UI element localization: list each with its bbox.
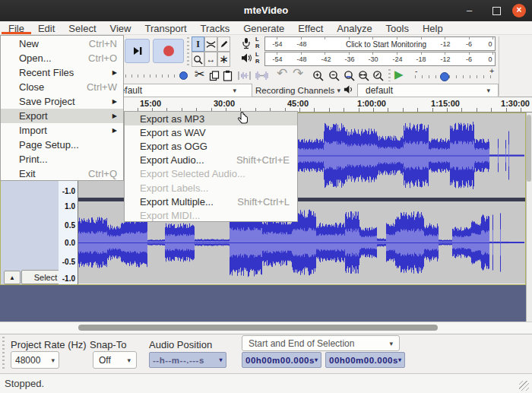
menu-item-save-project[interactable]: Save Project▶ — [1, 94, 123, 109]
record-button[interactable] — [153, 39, 184, 63]
multi-tool-button[interactable]: ∗ — [217, 52, 230, 67]
zoom-in-icon — [312, 70, 324, 81]
menu-item-close[interactable]: CloseCtrl+W — [1, 80, 123, 94]
zoom-tool-button[interactable] — [192, 52, 204, 67]
audio-position-label: Audio Position — [149, 339, 212, 350]
menu-view[interactable]: View — [103, 21, 138, 34]
play-speed-slider[interactable] — [119, 71, 189, 81]
cut-button[interactable]: ✂ — [195, 69, 204, 80]
menu-item-export-audio[interactable]: Export Audio...Shift+Ctrl+E — [125, 154, 297, 167]
magnifier-icon — [193, 55, 203, 65]
time-shift-tool-button[interactable]: ↔ — [204, 52, 217, 67]
status-text: Stopped. — [5, 378, 44, 389]
play-meter[interactable]: -54 -48 -42 -36 -30 -24 -18 -12 -6 0 — [264, 52, 496, 66]
chevron-down-icon: ▾ — [127, 357, 131, 364]
toolbar-grip[interactable] — [2, 337, 5, 370]
speaker-icon — [241, 52, 252, 64]
scale-label: -1.0 — [62, 274, 75, 283]
menu-item-import[interactable]: Import▶ — [1, 123, 123, 138]
window-title: mteVideo — [0, 5, 532, 16]
vertical-scrollbar-thumb[interactable] — [527, 115, 531, 182]
menu-effect[interactable]: Effect — [291, 21, 330, 34]
selection-tool-button[interactable]: I — [192, 36, 204, 52]
zoom-in-button[interactable] — [312, 70, 324, 81]
menu-item-export-labels: Export Labels... — [125, 181, 297, 195]
i-beam-icon: I — [196, 39, 200, 50]
scale-label: 0.0 — [65, 239, 75, 247]
fit-project-button[interactable] — [358, 70, 369, 81]
skip-to-end-button[interactable] — [125, 39, 150, 63]
menu-item-export-selected-audio: Export Selected Audio... — [125, 167, 297, 181]
menu-item-page-setup[interactable]: Page Setup... — [1, 138, 123, 152]
mixer-volume-thumb[interactable] — [440, 72, 449, 81]
paste-button[interactable] — [223, 70, 233, 81]
menu-help[interactable]: Help — [416, 21, 450, 34]
snap-to-combo[interactable]: Off ▾ — [93, 351, 137, 369]
zoom-toggle-icon — [372, 70, 384, 81]
play-tick: -54 — [272, 55, 282, 63]
selection-start-field[interactable]: 00h00m00.000s ▾ — [242, 352, 321, 368]
project-rate-combo[interactable]: 48000 ▾ — [11, 351, 59, 369]
menu-generate[interactable]: Generate — [236, 21, 291, 34]
record-meter-mic-icon[interactable] — [241, 37, 252, 49]
redo-button[interactable]: ↷ — [293, 68, 303, 79]
playback-device-combo[interactable]: default ▾ — [357, 84, 499, 97]
fit-selection-icon — [344, 70, 355, 81]
pencil-icon — [220, 40, 229, 49]
fit-selection-button[interactable] — [344, 70, 355, 81]
menu-item-export-as-mp3[interactable]: Export as MP3 — [125, 112, 297, 125]
draw-tool-button[interactable] — [217, 36, 230, 52]
menu-select[interactable]: Select — [62, 21, 103, 34]
menu-item-export-multiple[interactable]: Export Multiple...Shift+Ctrl+L — [125, 195, 297, 208]
tools-toolbar: I ↔ ∗ — [192, 36, 230, 67]
record-icon — [163, 46, 174, 56]
menu-item-export-as-wav[interactable]: Export as WAV — [125, 125, 297, 139]
menu-item-exit[interactable]: ExitCtrl+Q — [1, 166, 123, 181]
record-meter[interactable]: -54 -48 Click to Start Monitoring -12 -6… — [264, 36, 496, 51]
envelope-tool-button[interactable] — [204, 36, 217, 52]
resize-grip[interactable] — [519, 381, 529, 391]
toolbar-grip[interactable] — [388, 69, 391, 81]
timeline-label: 45:00 — [287, 99, 309, 108]
play-tick: -48 — [296, 55, 306, 63]
monitoring-overlay-text[interactable]: Click to Start Monitoring — [346, 40, 426, 49]
selection-mode-combo[interactable]: Start and End of Selection ▾ — [242, 335, 400, 351]
speaker-icon — [344, 84, 353, 95]
menu-file[interactable]: File — [2, 21, 31, 34]
maximize-button[interactable] — [492, 7, 501, 15]
menu-analyze[interactable]: Analyze — [330, 21, 378, 34]
play-speed-thumb[interactable] — [179, 71, 188, 80]
menu-edit[interactable]: Edit — [31, 21, 62, 34]
record-tick: -48 — [296, 40, 306, 48]
menu-item-recent-files[interactable]: Recent Files▶ — [1, 65, 123, 80]
collapse-track-button[interactable]: ▲ — [4, 271, 21, 284]
play-meter-speaker[interactable] — [241, 52, 252, 64]
menu-item-export-as-ogg[interactable]: Export as OGG — [125, 139, 297, 153]
menu-item-new[interactable]: NewCtrl+N — [1, 36, 123, 51]
close-button[interactable]: × — [512, 4, 526, 17]
menu-transport[interactable]: Transport — [138, 21, 193, 34]
zoom-toggle-button[interactable] — [372, 70, 384, 81]
horizontal-scrollbar-thumb[interactable] — [78, 325, 438, 331]
trim-audio-button[interactable] — [238, 71, 251, 81]
menu-item-open[interactable]: Open...Ctrl+O — [1, 51, 123, 65]
play-at-speed-button[interactable]: ▶ — [394, 68, 404, 81]
menu-tracks[interactable]: Tracks — [194, 21, 237, 34]
menu-item-print[interactable]: Print... — [1, 152, 123, 166]
minimize-button[interactable]: – — [467, 5, 472, 15]
copy-button[interactable] — [209, 71, 220, 81]
timeline-label: 1:00:00 — [357, 99, 386, 108]
silence-audio-button[interactable] — [255, 71, 268, 81]
menu-item-export-midi: Export MIDI... — [125, 208, 297, 222]
toolbar-grip[interactable] — [187, 37, 189, 66]
audio-position-field[interactable]: --h--m--.---s ▾ — [149, 352, 226, 368]
mixer-volume-slider[interactable]: - + — [415, 70, 494, 81]
recording-channels-combo[interactable]: Recording Channels ▾ — [255, 84, 340, 97]
zoom-out-button[interactable] — [328, 70, 340, 81]
selection-end-field[interactable]: 00h00m00.000s ▾ — [325, 352, 405, 368]
chevron-down-icon: ▾ — [486, 87, 490, 94]
undo-button[interactable]: ↶ — [277, 68, 287, 79]
menu-tools[interactable]: Tools — [379, 21, 416, 34]
menu-item-export[interactable]: Export▶ — [1, 109, 123, 123]
play-meter-right-label: R — [255, 59, 259, 65]
